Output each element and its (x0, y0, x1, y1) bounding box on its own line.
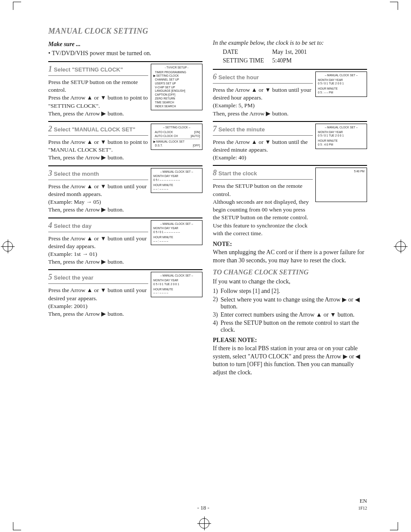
change-intro: If you want to change the clock, (213, 278, 367, 286)
please-note-label: PLEASE NOTE: (213, 337, 367, 344)
step-6: 6Select the hourPress the Arrow ▲ or ▼ b… (213, 72, 367, 118)
make-sure-label: Make sure ... (48, 41, 202, 48)
step-8: 8Start the clockPress the SETUP button o… (213, 168, 367, 237)
change-steps: 1)Follow steps [1] and [2].2)Select wher… (213, 288, 367, 333)
step-3: 3Select the monthPress the Arrow ▲ or ▼ … (48, 168, 202, 214)
note-text: When unplugging the AC cord or if there … (213, 249, 367, 265)
step-5: 5Select the yearPress the Arrow ▲ or ▼ b… (48, 272, 202, 318)
make-sure-item: • TV/DVD/VHS power must be turned on. (48, 50, 202, 58)
note-label: NOTE: (213, 241, 367, 248)
step-7: 7Select the minutePress the Arrow ▲ or ▼… (213, 124, 367, 162)
change-title: TO CHANGE CLOCK SETTING (213, 268, 367, 276)
example-table: DATEMay 1st, 2001 SETTING TIME5:40PM (221, 47, 314, 65)
step-1: 1Select "SETTING CLOCK"Press the SETUP b… (48, 64, 202, 118)
please-note-text: If there is no local PBS station in your… (213, 345, 367, 377)
section-title: MANUAL CLOCK SETTING (48, 27, 367, 36)
footer: - 18 - EN 1F12 (48, 498, 367, 511)
step-4: 4Select the dayPress the Arrow ▲ or ▼ bu… (48, 220, 202, 266)
step-2: 2Select "MANUAL CLOCK SET"Press the Arro… (48, 124, 202, 162)
example-intro: In the example below, the clock is to be… (213, 39, 367, 47)
